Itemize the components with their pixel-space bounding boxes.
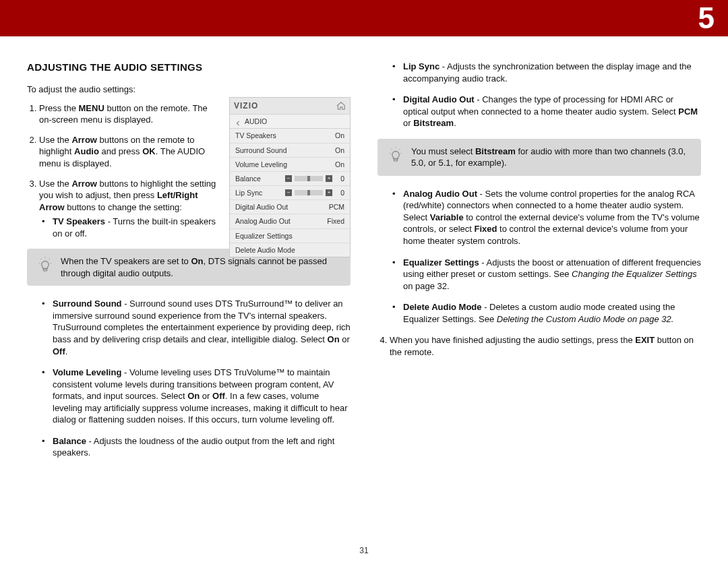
osd-row-value: Fixed: [327, 216, 344, 226]
osd-row-label: Surround Sound: [235, 146, 286, 155]
svg-line-1: [40, 259, 42, 260]
step-1: Press the MENU button on the remote. The…: [39, 102, 222, 126]
osd-row-value: 0: [335, 188, 344, 197]
section-heading: ADJUSTING THE AUDIO SETTINGS: [27, 61, 351, 74]
osd-row: TV SpeakersOn: [230, 129, 350, 143]
item-balance: Balance - Adjusts the loudness of the au…: [51, 435, 351, 459]
chapter-number: 5: [698, 0, 715, 36]
tip-text: When the TV speakers are set to On, DTS …: [61, 255, 341, 279]
osd-row-label: TV Speakers: [235, 131, 276, 140]
osd-row: Delete Audio Mode: [230, 243, 350, 257]
item-surround-sound: Surround Sound - Surround sound uses DTS…: [51, 298, 351, 357]
item-tv-speakers: TV Speakers - Turns the built-in speaker…: [51, 216, 222, 239]
tip-text: You must select Bitstream for audio with…: [411, 146, 692, 169]
osd-row-label: Equalizer Settings: [235, 231, 293, 241]
page: 5 ADJUSTING THE AUDIO SETTINGS To adjust…: [0, 0, 728, 562]
page-number: 31: [0, 546, 728, 555]
lightbulb-icon: [387, 147, 404, 164]
osd-row-label: Volume Leveling: [235, 160, 287, 169]
back-icon: [235, 119, 241, 124]
osd-slider: −+0: [285, 188, 344, 197]
minus-icon: −: [285, 175, 292, 182]
svg-line-2: [49, 259, 50, 260]
osd-row: Equalizer Settings: [230, 229, 350, 243]
item-digital-audio-out: Digital Audio Out - Changes the type of …: [402, 94, 701, 129]
osd-breadcrumb: AUDIO: [230, 115, 350, 129]
osd-slider: −+0: [285, 174, 344, 183]
item-equalizer-settings: Equalizer Settings - Adjusts the boost o…: [402, 257, 701, 292]
slider-track: [295, 176, 323, 181]
vizio-logo: VIZIO: [234, 100, 258, 111]
svg-rect-11: [394, 159, 397, 161]
minus-icon: −: [285, 189, 292, 196]
item-delete-audio-mode: Delete Audio Mode - Deletes a custom aud…: [402, 301, 701, 325]
osd-row-label: Digital Audio Out: [235, 202, 288, 212]
osd-row: Analog Audio OutFixed: [230, 214, 350, 228]
tip-bitstream: You must select Bitstream for audio with…: [377, 139, 701, 176]
item-analog-audio-out: Analog Audio Out - Sets the volume contr…: [402, 188, 701, 247]
item-volume-leveling: Volume Leveling - Volume leveling uses D…: [51, 367, 351, 426]
osd-header: VIZIO: [230, 98, 350, 115]
slider-track: [295, 190, 323, 195]
plus-icon: +: [326, 189, 332, 196]
content-columns: ADJUSTING THE AUDIO SETTINGS To adjust t…: [27, 61, 701, 468]
osd-row-value: 0: [335, 174, 344, 183]
steps-list: Press the MENU button on the remote. The…: [27, 102, 222, 239]
intro-text: To adjust the audio settings:: [27, 84, 222, 96]
osd-row: Volume LevelingOn: [230, 158, 350, 172]
osd-row: Surround SoundOn: [230, 144, 350, 158]
home-icon: [336, 101, 346, 111]
osd-row-label: Balance: [235, 174, 261, 183]
left-column: ADJUSTING THE AUDIO SETTINGS To adjust t…: [27, 61, 351, 468]
osd-row-value: On: [335, 131, 344, 140]
step-2: Use the Arrow buttons on the remote to h…: [39, 134, 222, 170]
osd-row: Lip Sync−+0: [230, 186, 350, 200]
item-lip-sync: Lip Sync - Adjusts the synchronization b…: [402, 61, 701, 84]
header-bar: 5: [0, 0, 728, 36]
osd-row-label: Analog Audio Out: [235, 216, 291, 226]
osd-title: AUDIO: [245, 117, 267, 126]
osd-row-label: Lip Sync: [235, 188, 262, 197]
osd-row-value: On: [335, 146, 344, 155]
osd-row-value: On: [335, 160, 344, 169]
osd-row-label: Delete Audio Mode: [235, 245, 295, 255]
svg-line-8: [399, 148, 400, 150]
step-4: When you have finished adjusting the aud…: [390, 334, 701, 358]
osd-menu-mockup: VIZIO AUDIO TV SpeakersOnSurround SoundO…: [229, 97, 351, 257]
osd-row: Digital Audio OutPCM: [230, 200, 350, 214]
step-3: Use the Arrow buttons to highlight the s…: [39, 178, 222, 240]
right-column: Lip Sync - Adjusts the synchronization b…: [377, 61, 701, 468]
osd-row: Balance−+0: [230, 172, 350, 186]
osd-row-value: PCM: [329, 202, 344, 212]
lightbulb-icon: [36, 257, 54, 274]
svg-rect-5: [43, 269, 47, 271]
plus-icon: +: [326, 175, 332, 182]
svg-line-7: [391, 148, 392, 150]
